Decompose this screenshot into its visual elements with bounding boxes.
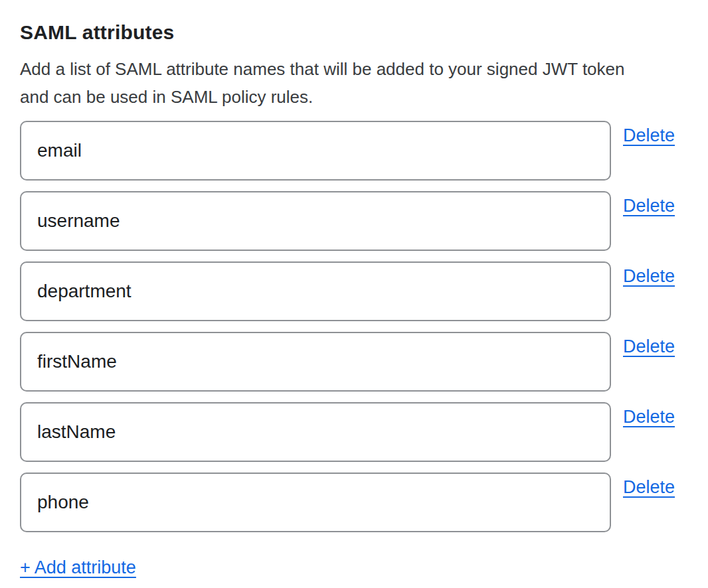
description-line-2: and can be used in SAML policy rules. xyxy=(20,83,688,111)
attribute-row: Delete xyxy=(20,402,688,462)
attribute-row: Delete xyxy=(20,473,688,532)
delete-link-lastname[interactable]: Delete xyxy=(623,407,675,427)
attribute-input-username[interactable] xyxy=(20,191,611,251)
description-line-1: Add a list of SAML attribute names that … xyxy=(20,55,688,83)
attribute-row: Delete xyxy=(20,191,688,251)
saml-attributes-section: SAML attributes Add a list of SAML attri… xyxy=(0,0,708,578)
attribute-input-department[interactable] xyxy=(20,261,611,321)
add-attribute-link[interactable]: + Add attribute xyxy=(20,557,136,578)
attribute-row: Delete xyxy=(20,332,688,392)
attribute-input-lastname[interactable] xyxy=(20,402,611,462)
section-description: Add a list of SAML attribute names that … xyxy=(20,55,688,111)
delete-link-phone[interactable]: Delete xyxy=(623,477,675,498)
delete-link-username[interactable]: Delete xyxy=(623,196,675,216)
attribute-row: Delete xyxy=(20,121,688,181)
attribute-input-email[interactable] xyxy=(20,121,611,181)
delete-link-email[interactable]: Delete xyxy=(623,125,675,146)
delete-link-department[interactable]: Delete xyxy=(623,266,675,287)
attribute-row: Delete xyxy=(20,261,688,321)
page-title: SAML attributes xyxy=(20,21,688,44)
attribute-input-firstname[interactable] xyxy=(20,332,611,392)
delete-link-firstname[interactable]: Delete xyxy=(623,336,675,357)
attribute-input-phone[interactable] xyxy=(20,473,611,532)
